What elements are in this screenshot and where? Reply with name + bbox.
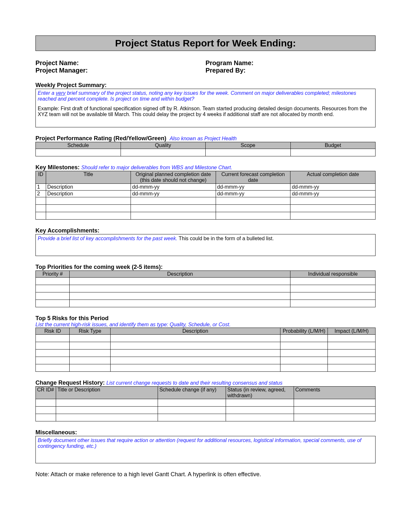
- milestones-table: ID Title Original planned completion dat…: [35, 171, 376, 220]
- summary-box: Enter a very brief summary of the projec…: [35, 89, 376, 127]
- changes-col-4: Comments: [294, 387, 376, 399]
- performance-table: Schedule Quality Scope Budget: [35, 142, 376, 156]
- cell: dd-mmm-yy: [131, 191, 216, 197]
- risks-hint: List the current high-risk issues, and i…: [35, 322, 376, 328]
- misc-instr: Briefly document other issues that requi…: [38, 438, 361, 449]
- priorities-col-2: Individual responsible: [290, 271, 376, 278]
- cell: dd-mmm-yy: [216, 191, 290, 197]
- cell: 1: [36, 184, 46, 191]
- summary-heading: Weekly Project Summary:: [35, 82, 376, 89]
- changes-col-3: Status (in review, agreed, withdrawn): [226, 387, 294, 399]
- milestones-col-4: Actual completion date: [290, 171, 376, 184]
- performance-hint: Also known as Project Health: [170, 136, 237, 141]
- summary-instr-pt2: brief summary of the project status, not…: [38, 90, 356, 102]
- document-title: Project Status Report for Week Ending:: [35, 35, 376, 51]
- milestones-col-0: ID: [36, 171, 46, 184]
- misc-heading: Miscellaneous:: [35, 429, 376, 436]
- cell: Description: [46, 184, 131, 191]
- accomp-instr: Provide a brief list of key accomplishme…: [38, 236, 177, 241]
- milestones-heading: Key Milestones:: [35, 164, 80, 171]
- changes-col-0: CR ID#: [36, 387, 56, 399]
- footer-note: Note: Attach or make reference to a high…: [35, 471, 376, 478]
- performance-col-1: Quality: [121, 142, 206, 149]
- project-name-label: Project Name:: [35, 59, 206, 67]
- cell: dd-mmm-yy: [290, 191, 376, 197]
- summary-instr-under: very: [56, 90, 65, 96]
- performance-col-3: Budget: [290, 142, 376, 149]
- summary-instr-pt1: Enter a: [38, 90, 56, 96]
- performance-col-0: Schedule: [36, 142, 121, 149]
- risks-col-3: Probability (L/M/H): [280, 328, 328, 335]
- priorities-col-1: Description: [70, 271, 290, 278]
- cell: dd-mmm-yy: [131, 184, 216, 191]
- performance-heading: Project Performance Rating (Red/Yellow/G…: [35, 135, 166, 142]
- cell: dd-mmm-yy: [290, 184, 376, 191]
- priorities-table: Priority # Description Individual respon…: [35, 271, 376, 307]
- risks-col-4: Impact (L/M/H): [328, 328, 376, 335]
- accomp-instr2: This could be in the form of a bulleted …: [177, 236, 274, 241]
- summary-example: Example: First draft of functional speci…: [38, 106, 373, 117]
- risks-table: Risk ID Risk Type Description Probabilit…: [35, 328, 376, 372]
- changes-col-1: Title or Description: [56, 387, 158, 399]
- cell: dd-mmm-yy: [216, 184, 290, 191]
- changes-col-2: Schedule change (if any): [158, 387, 226, 399]
- risks-heading: Top 5 Risks for this Period: [35, 315, 376, 322]
- risks-col-2: Description: [110, 328, 280, 335]
- table-row: 1 Description dd-mmm-yy dd-mmm-yy dd-mmm…: [36, 184, 376, 191]
- priorities-col-0: Priority #: [36, 271, 70, 278]
- cell: Description: [46, 191, 131, 197]
- table-row: 2 Description dd-mmm-yy dd-mmm-yy dd-mmm…: [36, 191, 376, 197]
- project-manager-label: Project Manager:: [35, 67, 206, 74]
- milestones-col-1: Title: [46, 171, 131, 184]
- priorities-heading: Top Priorities for the coming week (2-5 …: [35, 264, 376, 271]
- prepared-by-label: Prepared By:: [206, 67, 376, 74]
- changes-heading: Change Request History:: [35, 379, 105, 386]
- changes-table: CR ID# Title or Description Schedule cha…: [35, 386, 376, 421]
- milestones-col-3: Current forecast completion date: [216, 171, 290, 184]
- accomp-box: Provide a brief list of key accomplishme…: [35, 234, 376, 256]
- milestones-hint: Should refer to major deliverables from …: [81, 165, 232, 170]
- accomp-heading: Key Accomplishments:: [35, 227, 376, 234]
- changes-hint: List current change requests to date and…: [106, 380, 282, 386]
- cell: 2: [36, 191, 46, 197]
- risks-col-0: Risk ID: [36, 328, 70, 335]
- performance-col-2: Scope: [206, 142, 291, 149]
- program-name-label: Program Name:: [206, 59, 376, 67]
- risks-col-1: Risk Type: [70, 328, 110, 335]
- milestones-col-2: Original planned completion date (this d…: [131, 171, 216, 184]
- misc-box: Briefly document other issues that requi…: [35, 436, 376, 463]
